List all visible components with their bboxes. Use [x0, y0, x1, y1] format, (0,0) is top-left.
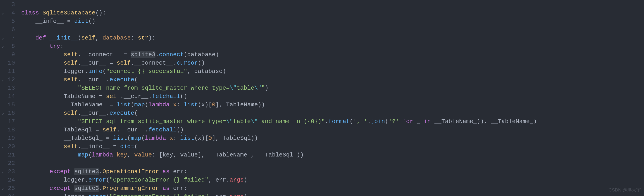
fold-spacer: [0, 193, 6, 196]
fold-spacer: [0, 67, 6, 76]
code-line[interactable]: def __init__(self, database: str):: [21, 34, 644, 42]
line-number: 25: [6, 184, 15, 193]
line-number: 16: [6, 109, 15, 117]
code-line[interactable]: TableSql = self.__cur__.fetchall(): [21, 126, 644, 134]
code-line[interactable]: map(lambda key, value: [key, value], __T…: [21, 151, 644, 159]
fold-spacer: [0, 176, 6, 184]
line-number: 5: [6, 17, 15, 25]
line-number: 12: [6, 76, 15, 84]
line-number: 14: [6, 92, 15, 101]
code-line[interactable]: logger.error("OperationalError {} failed…: [21, 176, 644, 184]
fold-spacer: [0, 134, 6, 142]
fold-toggle-icon[interactable]: ⌄: [0, 142, 6, 151]
fold-toggle-icon[interactable]: ⌄: [0, 109, 6, 117]
line-number: 3: [6, 0, 15, 9]
fold-toggle-icon[interactable]: ⌄: [0, 168, 6, 176]
fold-spacer: [0, 101, 6, 109]
code-line[interactable]: logger.info("connect {} successful", dat…: [21, 67, 644, 76]
code-line[interactable]: "SELECT sql from sqlite_master where typ…: [21, 117, 644, 126]
line-number: 18: [6, 126, 15, 134]
line-number: 13: [6, 84, 15, 92]
line-number: 10: [6, 59, 15, 67]
code-line[interactable]: self.__info__ = dict(: [21, 142, 644, 151]
code-line[interactable]: TableName = self.__cur__.fetchall(): [21, 92, 644, 101]
fold-spacer: [0, 92, 6, 101]
code-line[interactable]: try:: [21, 42, 644, 51]
fold-toggle-icon[interactable]: ⌄: [0, 76, 6, 84]
fold-column: ⌄⌄⌄⌄⌄⌄⌄⌄: [0, 0, 6, 196]
fold-toggle-icon[interactable]: ⌄: [0, 184, 6, 193]
code-line[interactable]: class Sqlite3Database():: [21, 9, 644, 17]
code-line[interactable]: except sqlite3.OperationalError as err:: [21, 168, 644, 176]
line-number: 15: [6, 101, 15, 109]
line-number: 26: [6, 193, 15, 196]
code-editor[interactable]: ⌄⌄⌄⌄⌄⌄⌄⌄ 3456789101112131415161718192021…: [0, 0, 644, 196]
fold-toggle-icon[interactable]: ⌄: [0, 42, 6, 51]
code-line[interactable]: self.__cur__ = self.__connect__.cursor(): [21, 59, 644, 67]
fold-spacer: [0, 51, 6, 59]
line-number: 9: [6, 51, 15, 59]
code-line[interactable]: [21, 159, 644, 168]
code-line[interactable]: __TableName_ = list(map(lambda x: list(x…: [21, 101, 644, 109]
line-number: 4: [6, 9, 15, 17]
code-line[interactable]: self.__cur__.execute(: [21, 109, 644, 117]
line-number: 17: [6, 117, 15, 126]
line-number: 8: [6, 42, 15, 51]
fold-spacer: [0, 151, 6, 159]
line-number: 6: [6, 25, 15, 34]
line-number: 7: [6, 34, 15, 42]
fold-spacer: [0, 25, 6, 34]
line-number: 23: [6, 168, 15, 176]
fold-spacer: [0, 159, 6, 168]
code-line[interactable]: [21, 25, 644, 34]
code-line[interactable]: [21, 0, 644, 9]
line-number-gutter: 3456789101112131415161718192021222324252…: [6, 0, 21, 196]
fold-spacer: [0, 84, 6, 92]
line-number: 11: [6, 67, 15, 76]
code-line[interactable]: logger.error("ProgrammingError {} failed…: [21, 193, 644, 196]
line-number: 21: [6, 151, 15, 159]
line-number: 19: [6, 134, 15, 142]
code-line[interactable]: __info__ = dict(): [21, 17, 644, 25]
code-line[interactable]: "SELECT name from sqlite_master where ty…: [21, 84, 644, 92]
fold-spacer: [0, 117, 6, 126]
fold-toggle-icon[interactable]: ⌄: [0, 9, 6, 17]
fold-spacer: [0, 126, 6, 134]
code-line[interactable]: self.__connect__ = sqlite3.connect(datab…: [21, 51, 644, 59]
code-line[interactable]: except sqlite3.ProgrammingError as err:: [21, 184, 644, 193]
fold-spacer: [0, 0, 6, 9]
code-content[interactable]: class Sqlite3Database(): __info__ = dict…: [21, 0, 644, 196]
line-number: 22: [6, 159, 15, 168]
line-number: 20: [6, 142, 15, 151]
code-line[interactable]: __TableSql_ = list(map(lambda x: list(x)…: [21, 134, 644, 142]
watermark: CSDN @洪大宇: [608, 186, 641, 194]
fold-spacer: [0, 59, 6, 67]
fold-spacer: [0, 17, 6, 25]
fold-toggle-icon[interactable]: ⌄: [0, 34, 6, 42]
code-line[interactable]: self.__cur__.execute(: [21, 76, 644, 84]
line-number: 24: [6, 176, 15, 184]
